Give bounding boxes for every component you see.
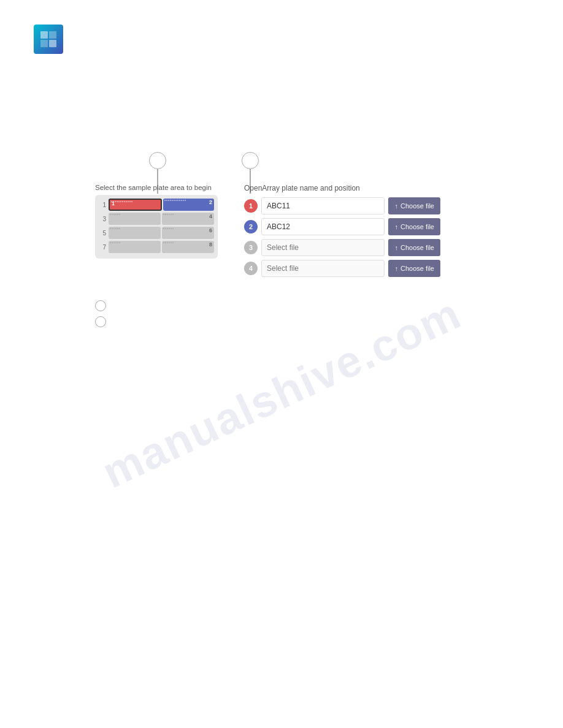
file-row-1: 1 ↑ Choose file	[244, 197, 440, 214]
watermark: manualshive.com	[94, 288, 468, 498]
plate-grid: 1 1 2	[95, 195, 218, 259]
step-circle-right	[242, 152, 259, 169]
plate-block-7-right[interactable]: 8	[162, 241, 214, 253]
step-circle-left	[149, 152, 166, 169]
choose-file-btn-2[interactable]: ↑ Choose file	[388, 218, 440, 235]
choose-file-btn-4[interactable]: ↑ Choose file	[388, 260, 440, 277]
right-panel: OpenArray plate name and position 1 ↑ Ch…	[244, 184, 440, 281]
app-logo	[34, 25, 63, 54]
file-row-3: 3 ↑ Choose file	[244, 239, 440, 256]
plate-block-7-left[interactable]	[109, 241, 161, 253]
file-input-3[interactable]	[261, 239, 385, 256]
file-input-2[interactable]	[261, 218, 385, 235]
choose-file-btn-3[interactable]: ↑ Choose file	[388, 239, 440, 256]
svg-rect-1	[49, 31, 56, 39]
plate-block-3-right[interactable]: 4	[162, 213, 214, 225]
choose-file-btn-1[interactable]: ↑ Choose file	[388, 197, 440, 214]
file-badge-2: 2	[244, 220, 258, 233]
plate-row-3: 3 4	[99, 213, 214, 225]
plate-block-5-left[interactable]	[109, 227, 161, 239]
file-badge-4: 4	[244, 262, 258, 275]
plate-block-5-right[interactable]: 6	[162, 227, 214, 239]
openarray-label: OpenArray plate name and position	[244, 184, 440, 192]
upload-icon-4: ↑	[394, 265, 398, 272]
radio-circles	[95, 300, 106, 327]
upload-icon-1: ↑	[394, 202, 398, 210]
upload-icon-2: ↑	[394, 223, 398, 230]
radio-circle-2[interactable]	[95, 316, 106, 327]
file-input-1[interactable]	[261, 197, 385, 214]
plate-row-7: 7 8	[99, 241, 214, 253]
radio-circle-1[interactable]	[95, 300, 106, 311]
file-row-2: 2 ↑ Choose file	[244, 218, 440, 235]
svg-rect-3	[49, 40, 56, 47]
svg-rect-0	[40, 31, 48, 39]
file-row-4: 4 ↑ Choose file	[244, 260, 440, 277]
file-badge-3: 3	[244, 241, 258, 254]
plate-row-5: 5 6	[99, 227, 214, 239]
plate-block-3-left[interactable]	[109, 213, 161, 225]
plate-block-1-red[interactable]: 1	[109, 199, 162, 211]
plate-block-1-blue[interactable]: 2	[163, 199, 214, 211]
file-input-4[interactable]	[261, 260, 385, 277]
plate-select-label: Select the sample plate area to begin	[95, 184, 218, 191]
plate-row-1: 1 1 2	[99, 199, 214, 211]
file-badge-1: 1	[244, 199, 258, 213]
upload-icon-3: ↑	[394, 244, 398, 251]
svg-rect-2	[40, 40, 48, 47]
